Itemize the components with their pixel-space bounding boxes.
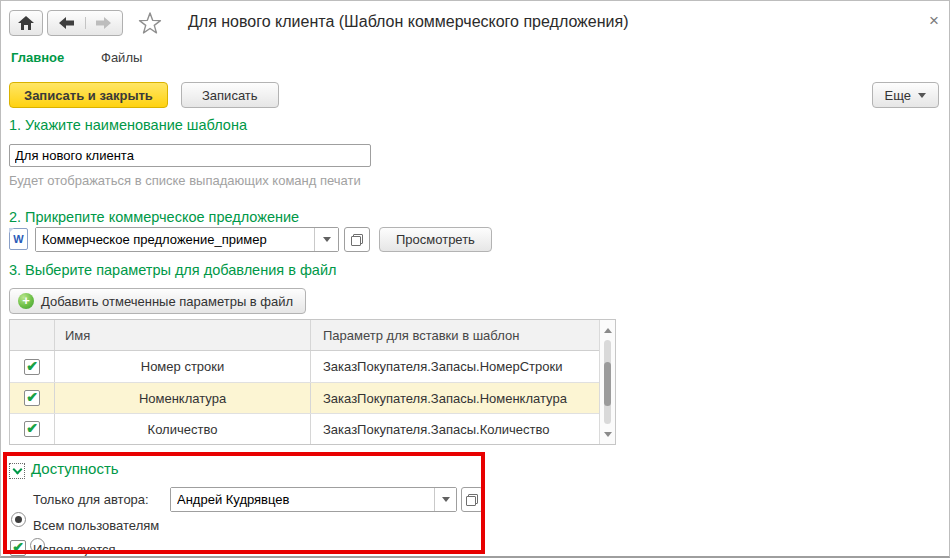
- template-name-hint: Будет отображаться в списке выпадающих к…: [9, 173, 361, 188]
- back-button[interactable]: [48, 17, 85, 29]
- attached-file-dropdown-button[interactable]: [314, 228, 338, 251]
- plus-icon: +: [18, 293, 34, 309]
- row3-param[interactable]: ЗаказПокупателя.Запасы.Количество: [311, 414, 599, 444]
- attached-file-open-button[interactable]: [344, 227, 370, 252]
- attached-file-input[interactable]: [36, 228, 314, 251]
- row2-name[interactable]: Номенклатура: [55, 383, 311, 413]
- table-row[interactable]: ✔ Количество ЗаказПокупателя.Запасы.Коли…: [10, 413, 599, 444]
- back-arrow-icon: [59, 17, 74, 29]
- page-title: Для нового клиента (Шаблон коммерческого…: [188, 13, 628, 31]
- history-nav-group: [47, 10, 123, 36]
- scrollbar-track[interactable]: [604, 340, 611, 424]
- chevron-down-icon: [323, 237, 331, 242]
- author-input[interactable]: [171, 488, 434, 511]
- home-button[interactable]: [9, 10, 43, 36]
- home-icon: [18, 16, 34, 30]
- row2-checkbox[interactable]: ✔: [24, 390, 40, 406]
- favorite-star-icon[interactable]: [138, 12, 162, 36]
- chevron-down-icon: [918, 93, 926, 98]
- scroll-up-icon[interactable]: [600, 322, 615, 338]
- availability-collapse-button[interactable]: [9, 463, 25, 479]
- row2-param[interactable]: ЗаказПокупателя.Запасы.Номенклатура: [311, 383, 599, 413]
- author-open-button[interactable]: [461, 487, 483, 512]
- in-use-label[interactable]: Используется: [33, 542, 116, 557]
- add-parameters-button[interactable]: + Добавить отмеченные параметры в файл: [9, 288, 306, 314]
- row1-checkbox[interactable]: ✔: [24, 359, 40, 375]
- table-row-selected[interactable]: ✔ Номенклатура ЗаказПокупателя.Запасы.Но…: [10, 382, 599, 413]
- availability-header[interactable]: Доступность: [31, 460, 119, 477]
- column-header-param[interactable]: Параметр для вставки в шаблон: [311, 320, 599, 350]
- chevron-down-icon: [442, 497, 450, 502]
- author-only-label[interactable]: Только для автора:: [33, 492, 149, 507]
- open-in-window-icon: [466, 494, 478, 506]
- more-button-label: Еще: [885, 88, 911, 103]
- table-row[interactable]: ✔ Номер строки ЗаказПокупателя.Запасы.Но…: [10, 351, 599, 382]
- save-and-close-button[interactable]: Записать и закрыть: [9, 82, 168, 108]
- all-users-label[interactable]: Всем пользователям: [33, 518, 159, 533]
- row1-param[interactable]: ЗаказПокупателя.Запасы.НомерСтроки: [311, 351, 599, 382]
- row3-checkbox[interactable]: ✔: [24, 421, 40, 437]
- check-icon: ✔: [26, 359, 38, 373]
- view-file-button[interactable]: Просмотреть: [379, 227, 492, 252]
- row3-name[interactable]: Количество: [55, 414, 311, 444]
- header-checkbox-column: [10, 320, 55, 350]
- column-header-name[interactable]: Имя: [55, 320, 311, 350]
- author-dropdown-button[interactable]: [434, 488, 456, 511]
- close-icon[interactable]: ×: [929, 12, 939, 29]
- open-in-window-icon: [351, 234, 363, 246]
- row1-name[interactable]: Номер строки: [55, 351, 311, 382]
- app-window: { "window": { "title": "Для нового клиен…: [0, 0, 950, 558]
- scrollbar-thumb[interactable]: [604, 362, 611, 406]
- table-scrollbar[interactable]: [599, 320, 615, 444]
- check-icon: ✔: [26, 421, 38, 435]
- table-header-row: Имя Параметр для вставки в шаблон: [10, 320, 599, 351]
- tab-files[interactable]: Файлы: [101, 50, 142, 65]
- attached-file-combo: [35, 227, 339, 252]
- save-button[interactable]: Записать: [181, 82, 279, 108]
- check-icon: ✔: [12, 540, 24, 554]
- more-button[interactable]: Еще: [872, 82, 939, 108]
- word-document-icon: W: [9, 228, 28, 250]
- scroll-down-icon[interactable]: [600, 426, 615, 442]
- author-combo: [170, 487, 457, 512]
- check-icon: ✔: [26, 390, 38, 404]
- section3-header: 3. Выберите параметры для добавления в ф…: [9, 262, 336, 278]
- tab-main[interactable]: Главное: [11, 50, 64, 65]
- chevron-down-icon: [12, 464, 22, 474]
- forward-button[interactable]: [85, 17, 123, 29]
- in-use-checkbox[interactable]: ✔: [10, 540, 26, 556]
- template-name-input[interactable]: [9, 144, 371, 167]
- forward-arrow-icon: [96, 17, 111, 29]
- add-parameters-label: Добавить отмеченные параметры в файл: [41, 294, 293, 309]
- section1-header: 1. Укажите наименование шаблона: [9, 117, 247, 133]
- parameters-table: Имя Параметр для вставки в шаблон ✔ Номе…: [9, 319, 616, 445]
- section2-header: 2. Прикрепите коммерческое предложение: [9, 209, 299, 225]
- author-only-radio[interactable]: [11, 512, 26, 527]
